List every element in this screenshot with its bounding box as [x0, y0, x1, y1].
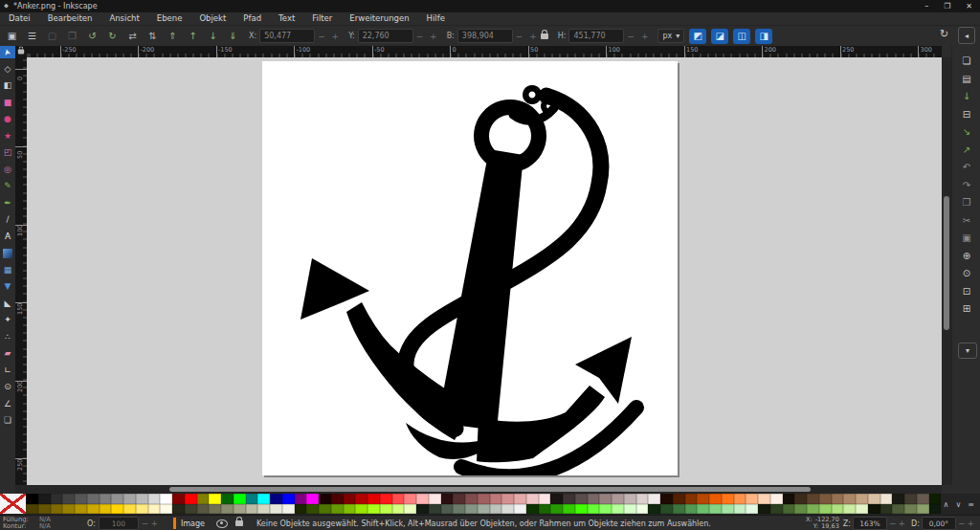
- color-swatch[interactable]: [429, 504, 441, 515]
- sidebar-zoom-to-selection-button[interactable]: ⊕: [958, 249, 975, 263]
- color-swatch[interactable]: [100, 504, 112, 515]
- color-swatch[interactable]: [709, 494, 722, 504]
- toolbar-lower-to-bottom-button[interactable]: ⇓: [225, 29, 241, 43]
- color-swatch[interactable]: [807, 504, 819, 515]
- opacity-field[interactable]: 100: [99, 517, 139, 530]
- color-swatch[interactable]: [295, 504, 307, 515]
- color-swatch[interactable]: [709, 504, 722, 515]
- toolbar-raise-button[interactable]: ↑: [185, 29, 201, 43]
- menu-ansicht[interactable]: Ansicht: [100, 12, 147, 25]
- color-swatch[interactable]: [770, 504, 783, 515]
- color-swatch[interactable]: [172, 494, 185, 504]
- color-swatch[interactable]: [758, 504, 770, 515]
- tool-paint-bucket[interactable]: ◣: [0, 298, 15, 310]
- tool-zoom[interactable]: ⊙: [0, 381, 15, 393]
- color-swatch[interactable]: [111, 504, 123, 515]
- color-swatch[interactable]: [868, 494, 880, 504]
- y-input[interactable]: 22,760: [358, 29, 413, 43]
- color-swatch[interactable]: [160, 504, 172, 515]
- color-swatch[interactable]: [197, 494, 210, 504]
- color-swatch[interactable]: [490, 494, 502, 504]
- tool-mesh-gradient[interactable]: ▦: [0, 264, 15, 276]
- color-swatch[interactable]: [136, 504, 148, 515]
- color-swatch[interactable]: [392, 504, 405, 515]
- color-swatch[interactable]: [429, 494, 441, 504]
- scale-corners-toggle[interactable]: ◪: [711, 29, 728, 44]
- color-swatch[interactable]: [62, 494, 75, 504]
- scale-stroke-toggle[interactable]: ◩: [689, 29, 706, 44]
- tool-spray[interactable]: ∴: [0, 331, 15, 343]
- color-swatch[interactable]: [624, 494, 636, 504]
- tool-calligraphy[interactable]: ∕: [0, 213, 15, 226]
- horizontal-scrollbar-thumb[interactable]: [169, 487, 811, 492]
- snap-settings-icon[interactable]: ↻: [940, 28, 948, 40]
- color-swatch[interactable]: [209, 494, 221, 504]
- tool-dropper[interactable]: ▼: [0, 280, 15, 293]
- color-swatch[interactable]: [501, 494, 514, 504]
- color-swatch[interactable]: [612, 504, 624, 515]
- color-swatch[interactable]: [38, 494, 51, 504]
- color-swatch[interactable]: [734, 504, 746, 515]
- horizontal-ruler[interactable]: -250-200-150-100-50050100150200250300: [27, 46, 942, 57]
- sidebar-zoom-to-drawing-button[interactable]: ⊙: [958, 266, 975, 280]
- sidebar-save-document-button[interactable]: ↓: [958, 89, 975, 103]
- sidebar-zoom-page-width-button[interactable]: ⊞: [958, 301, 975, 316]
- color-swatch[interactable]: [62, 504, 75, 515]
- color-swatch[interactable]: [368, 494, 380, 504]
- color-swatch[interactable]: [539, 504, 551, 515]
- scale-pattern-toggle[interactable]: ◨: [755, 29, 772, 44]
- color-swatch[interactable]: [783, 494, 795, 504]
- toolbar-flip-horizontal-button[interactable]: ⇄: [124, 29, 141, 43]
- color-swatch[interactable]: [453, 494, 465, 504]
- rotation-field[interactable]: 0,00°: [922, 517, 956, 530]
- color-swatch[interactable]: [794, 494, 807, 504]
- color-swatch[interactable]: [575, 494, 588, 504]
- tool-pencil[interactable]: ✎: [0, 180, 15, 192]
- color-swatch[interactable]: [685, 494, 698, 504]
- color-swatch[interactable]: [673, 504, 685, 515]
- color-swatch[interactable]: [490, 504, 502, 515]
- color-swatch[interactable]: [868, 504, 880, 515]
- layer-visibility-icon[interactable]: [216, 519, 228, 528]
- toolbar-rotate-ccw-button[interactable]: ↺: [84, 29, 100, 43]
- color-swatch[interactable]: [282, 504, 295, 515]
- color-swatch[interactable]: [257, 504, 270, 515]
- color-swatch[interactable]: [929, 494, 942, 504]
- b-spinner[interactable]: − +: [516, 32, 539, 41]
- color-swatch[interactable]: [197, 504, 210, 515]
- color-swatch[interactable]: [331, 504, 344, 515]
- menu-ebene[interactable]: Ebene: [148, 12, 191, 25]
- sidebar-cut-button[interactable]: ✂: [958, 213, 975, 228]
- tool-bezier-pen[interactable]: ✒: [0, 197, 15, 210]
- color-swatch[interactable]: [38, 504, 51, 515]
- color-swatch[interactable]: [746, 494, 758, 504]
- color-swatch[interactable]: [416, 494, 429, 504]
- color-swatch[interactable]: [685, 504, 698, 515]
- menu-bearbeiten[interactable]: Bearbeiten: [39, 12, 101, 25]
- color-swatch[interactable]: [234, 494, 246, 504]
- color-swatch[interactable]: [368, 504, 380, 515]
- sidebar-new-document-button[interactable]: ❏: [958, 54, 975, 68]
- color-swatch[interactable]: [404, 494, 416, 504]
- color-swatch[interactable]: [722, 504, 734, 515]
- menu-datei[interactable]: Datei: [0, 12, 39, 25]
- color-swatch[interactable]: [856, 494, 868, 504]
- color-swatch[interactable]: [246, 494, 258, 504]
- menu-erweiterungen[interactable]: Erweiterungen: [341, 12, 417, 25]
- color-swatch[interactable]: [624, 504, 636, 515]
- color-swatch[interactable]: [75, 494, 87, 504]
- color-swatch[interactable]: [648, 504, 660, 515]
- sidebar-undo-button[interactable]: ↶: [958, 160, 975, 174]
- color-swatch[interactable]: [344, 504, 356, 515]
- color-swatch[interactable]: [880, 504, 893, 515]
- color-swatch[interactable]: [465, 504, 478, 515]
- color-swatch[interactable]: [26, 504, 38, 515]
- tool-pages[interactable]: ❏: [0, 414, 15, 427]
- menu-pfad[interactable]: Pfad: [234, 12, 270, 25]
- tool-text[interactable]: A: [0, 231, 15, 243]
- color-swatch[interactable]: [673, 494, 685, 504]
- color-swatch[interactable]: [51, 494, 63, 504]
- h-spinner[interactable]: − +: [627, 32, 650, 41]
- color-swatch[interactable]: [904, 504, 917, 515]
- color-swatch[interactable]: [819, 504, 832, 515]
